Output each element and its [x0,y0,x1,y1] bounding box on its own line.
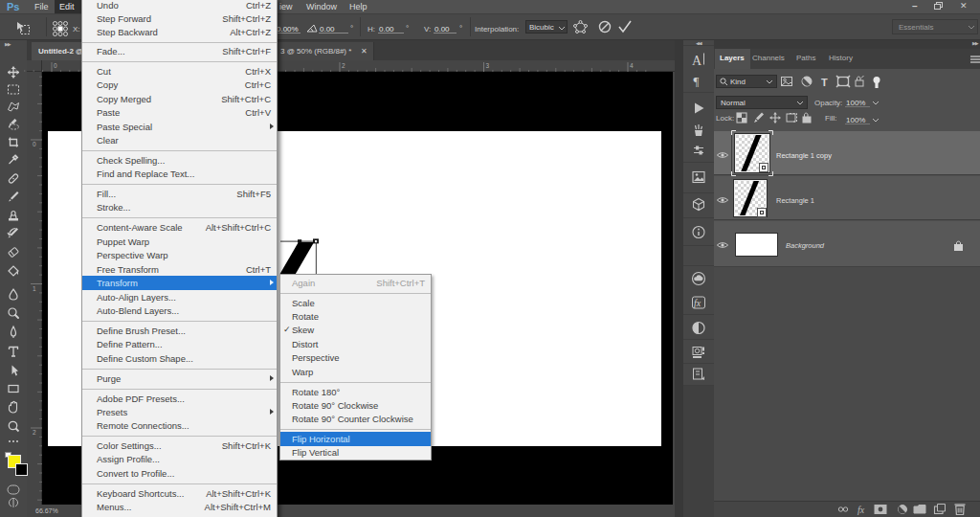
svg-text:T: T [821,77,828,88]
svg-text:¶: ¶ [694,74,700,88]
svg-text:Fill:: Fill: [825,114,836,123]
svg-text:A: A [692,54,702,68]
svg-text:Lock:: Lock: [716,114,734,123]
svg-text:fx: fx [694,298,702,308]
svg-text:fx: fx [858,505,865,515]
